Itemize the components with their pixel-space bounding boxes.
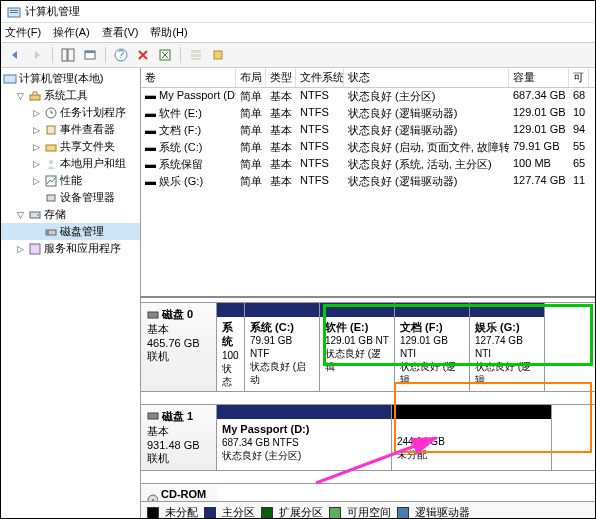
svg-text:?: ? [118, 48, 124, 60]
svg-rect-18 [46, 145, 56, 151]
tree-shared-folders[interactable]: ▷ 共享文件夹 [1, 138, 140, 155]
col-filesystem[interactable]: 文件系统 [296, 68, 344, 87]
svg-rect-4 [68, 49, 74, 61]
collapse-icon[interactable]: ▽ [15, 90, 26, 101]
volume-row[interactable]: ▬ 系统 (C:)简单基本NTFS状态良好 (启动, 页面文件, 故障转储, 主… [141, 139, 595, 156]
svg-rect-1 [10, 10, 18, 11]
help-button[interactable]: ? [112, 46, 130, 64]
partition[interactable]: My Passport (D:)687.34 GB NTFS状态良好 (主分区) [217, 405, 392, 470]
partition[interactable]: 娱乐 (G:)127.74 GB NTI状态良好 (逻辑 [470, 303, 545, 391]
col-free[interactable]: 可 [569, 68, 589, 87]
svg-rect-10 [191, 50, 201, 53]
settings-button[interactable] [209, 46, 227, 64]
volume-row[interactable]: ▬ 文档 (F:)简单基本NTFS状态良好 (逻辑驱动器)129.01 GB94 [141, 122, 595, 139]
svg-rect-27 [148, 312, 158, 318]
tree-storage[interactable]: ▽ 存储 [1, 206, 140, 223]
disks-graphical-view[interactable]: 磁盘 0 基本 465.76 GB 联机 系统100状态系统 (C:)79.91… [141, 298, 595, 501]
refresh-button[interactable] [156, 46, 174, 64]
svg-point-23 [37, 214, 39, 216]
expand-icon[interactable]: ▷ [31, 158, 42, 169]
svg-rect-28 [148, 413, 158, 419]
services-icon [28, 242, 42, 256]
expand-icon[interactable]: ▷ [31, 107, 42, 118]
clock-icon [44, 106, 58, 120]
partition-unallocated[interactable]: 244.14 GB未分配 [392, 405, 552, 470]
window-titlebar: 计算机管理 [1, 1, 595, 23]
computer-icon [3, 72, 17, 86]
menu-help[interactable]: 帮助(H) [150, 25, 187, 40]
menu-view[interactable]: 查看(V) [102, 25, 139, 40]
tree-disk-management[interactable]: ▷ 磁盘管理 [1, 223, 140, 240]
col-capacity[interactable]: 容量 [509, 68, 569, 87]
col-layout[interactable]: 布局 [236, 68, 266, 87]
event-icon [44, 123, 58, 137]
volume-row[interactable]: ▬ 软件 (E:)简单基本NTFS状态良好 (逻辑驱动器)129.01 GB10 [141, 105, 595, 122]
svg-point-19 [49, 160, 53, 164]
window-title: 计算机管理 [25, 4, 80, 19]
tree-root[interactable]: 计算机管理(本地) [1, 70, 140, 87]
volumes-list[interactable]: 卷 布局 类型 文件系统 状态 容量 可 ▬ My Passport (D:)简… [141, 68, 595, 298]
col-type[interactable]: 类型 [266, 68, 296, 87]
volume-row[interactable]: ▬ My Passport (D:)简单基本NTFS状态良好 (主分区)687.… [141, 88, 595, 105]
partition[interactable]: 系统 (C:)79.91 GB NTF状态良好 (启动 [245, 303, 320, 391]
col-status[interactable]: 状态 [344, 68, 509, 87]
svg-rect-12 [191, 58, 201, 60]
delete-button[interactable] [134, 46, 152, 64]
menu-file[interactable]: 文件(F) [5, 25, 41, 40]
tools-icon [28, 89, 42, 103]
properties-button[interactable] [81, 46, 99, 64]
menubar: 文件(F) 操作(A) 查看(V) 帮助(H) [1, 23, 595, 42]
users-icon [44, 157, 58, 171]
tree-services-apps[interactable]: ▷ 服务和应用程序 [1, 240, 140, 257]
disk-1-row[interactable]: 磁盘 1 基本 931.48 GB 联机 My Passport (D:)687… [141, 404, 595, 471]
disk-0-row[interactable]: 磁盘 0 基本 465.76 GB 联机 系统100状态系统 (C:)79.91… [141, 302, 595, 392]
cdrom-label[interactable]: CD-ROM 0 DVD (H:) [141, 484, 217, 501]
partition[interactable]: 软件 (E:)129.01 GB NT状态良好 (逻辑 [320, 303, 395, 391]
device-icon [44, 191, 58, 205]
collapse-icon[interactable]: ▽ [15, 209, 26, 220]
volumes-header[interactable]: 卷 布局 类型 文件系统 状态 容量 可 [141, 68, 595, 88]
menu-action[interactable]: 操作(A) [53, 25, 90, 40]
tree-task-scheduler[interactable]: ▷ 任务计划程序 [1, 104, 140, 121]
tree-system-tools[interactable]: ▽ 系统工具 [1, 87, 140, 104]
expand-icon[interactable]: ▷ [31, 124, 42, 135]
disk-1-label[interactable]: 磁盘 1 基本 931.48 GB 联机 [141, 405, 217, 470]
svg-rect-25 [46, 230, 49, 235]
legend: 未分配 主分区 扩展分区 可用空间 逻辑驱动器 [141, 501, 595, 519]
cdrom-row[interactable]: CD-ROM 0 DVD (H:) [141, 483, 595, 501]
volume-row[interactable]: ▬ 娱乐 (G:)简单基本NTFS状态良好 (逻辑驱动器)127.74 GB11 [141, 173, 595, 190]
storage-icon [28, 208, 42, 222]
tree-performance[interactable]: ▷ 性能 [1, 172, 140, 189]
svg-rect-17 [47, 126, 55, 134]
folder-icon [44, 140, 58, 154]
expand-icon[interactable]: ▷ [31, 175, 42, 186]
view-list-button[interactable] [187, 46, 205, 64]
toolbar: ? [1, 42, 595, 68]
tree-local-users[interactable]: ▷ 本地用户和组 [1, 155, 140, 172]
disk-0-label[interactable]: 磁盘 0 基本 465.76 GB 联机 [141, 303, 217, 391]
volume-row[interactable]: ▬ 系统保留简单基本NTFS状态良好 (系统, 活动, 主分区)100 MB65 [141, 156, 595, 173]
forward-button[interactable] [28, 46, 46, 64]
partition[interactable]: 系统100状态 [217, 303, 245, 391]
show-hide-button[interactable] [59, 46, 77, 64]
svg-rect-13 [214, 51, 222, 59]
app-icon [7, 5, 21, 19]
svg-rect-21 [47, 195, 55, 201]
svg-rect-6 [85, 51, 95, 53]
svg-rect-26 [30, 244, 40, 254]
expand-icon[interactable]: ▷ [15, 243, 26, 254]
svg-rect-2 [10, 12, 18, 13]
col-volume[interactable]: 卷 [141, 68, 236, 87]
svg-rect-3 [62, 49, 67, 61]
navigation-tree[interactable]: 计算机管理(本地) ▽ 系统工具 ▷ 任务计划程序 ▷ 事件查看器 ▷ 共享文件… [1, 68, 141, 519]
expand-icon[interactable]: ▷ [31, 141, 42, 152]
perf-icon [44, 174, 58, 188]
tree-device-manager[interactable]: ▷ 设备管理器 [1, 189, 140, 206]
disk-icon [44, 225, 58, 239]
back-button[interactable] [6, 46, 24, 64]
svg-rect-15 [30, 95, 40, 100]
svg-point-30 [152, 499, 154, 501]
tree-event-viewer[interactable]: ▷ 事件查看器 [1, 121, 140, 138]
svg-rect-14 [4, 75, 16, 83]
partition[interactable]: 文档 (F:)129.01 GB NTI状态良好 (逻辑 [395, 303, 470, 391]
